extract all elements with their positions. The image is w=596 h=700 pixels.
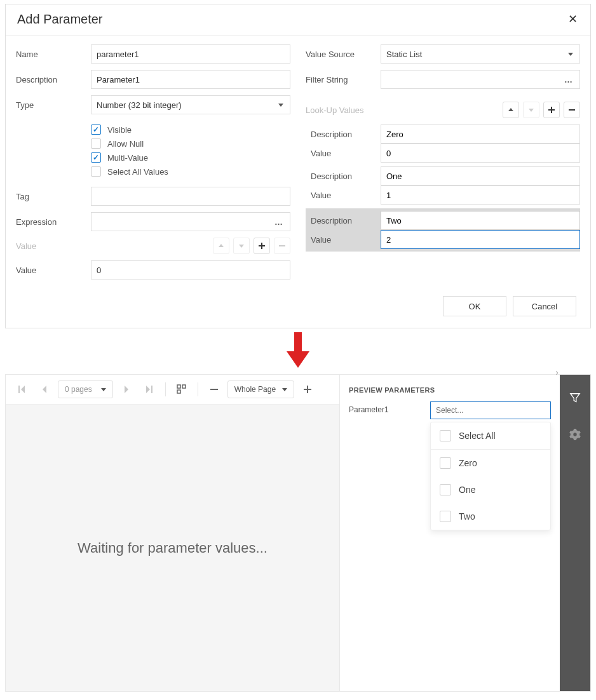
lookup-desc-input[interactable] (381, 166, 580, 185)
dialog-left-column: Name Description Type Number (32 bit int… (16, 44, 290, 286)
lookup-remove-button[interactable] (564, 102, 580, 118)
param-dropdown: Select All Zero One Two (430, 422, 551, 530)
page-selector[interactable]: 0 pages (58, 380, 113, 398)
label-tag: Tag (16, 192, 91, 201)
label-value: Value (16, 266, 91, 275)
svg-rect-5 (210, 389, 218, 390)
first-page-button (12, 380, 31, 399)
dropdown-item-label: One (459, 485, 475, 495)
expression-editor[interactable]: … (91, 212, 290, 231)
type-select[interactable]: Number (32 bit integer) (91, 95, 290, 114)
svg-rect-0 (279, 245, 285, 246)
allow-null-checkbox[interactable] (91, 138, 101, 149)
visible-label: Visible (107, 125, 132, 135)
lookup-add-button[interactable] (543, 102, 560, 118)
label-value-source: Value Source (306, 50, 381, 59)
dropdown-item-label: Two (459, 511, 475, 522)
value-source-select[interactable]: Static List (381, 44, 580, 64)
checkbox-icon (440, 430, 451, 441)
waiting-message: Waiting for parameter values... (6, 405, 339, 691)
lookup-desc-label: Description (306, 216, 381, 225)
panel-title: PREVIEW PARAMETERS (340, 375, 560, 401)
dropdown-item-select-all[interactable]: Select All (431, 422, 550, 450)
description-input[interactable] (91, 70, 290, 89)
ok-button[interactable]: OK (443, 296, 506, 316)
label-filter-string: Filter String (306, 75, 381, 84)
lookup-val-label: Value (306, 191, 381, 200)
checkbox-icon (440, 457, 451, 469)
dialog-title: Add Parameter (17, 12, 103, 27)
value-move-down-button (233, 238, 250, 254)
filter-string-editor[interactable]: … (381, 70, 580, 89)
param-select-input[interactable] (430, 401, 551, 419)
chevron-down-icon (282, 388, 287, 391)
value-remove-button (274, 238, 290, 254)
svg-rect-2 (177, 385, 180, 388)
select-all-checkbox[interactable] (91, 166, 101, 177)
close-icon[interactable]: ✕ (566, 11, 580, 27)
lookup-desc-label: Description (306, 130, 381, 139)
zoom-select[interactable]: Whole Page (227, 380, 294, 398)
chevron-down-icon (101, 388, 106, 391)
label-expression: Expression (16, 217, 91, 227)
label-lookup: Look-Up Values (306, 105, 381, 115)
page-count: 0 pages (65, 385, 92, 394)
lookup-val-label: Value (306, 235, 381, 245)
multipage-button[interactable] (172, 380, 191, 399)
svg-rect-1 (569, 109, 575, 111)
next-page-button (117, 380, 136, 399)
type-select-value: Number (32 bit integer) (97, 100, 182, 110)
dropdown-item-label: Select All (459, 431, 496, 441)
dropdown-item-label: Zero (459, 458, 477, 468)
preview-parameters-panel: › PREVIEW PARAMETERS Parameter1 Select A… (340, 375, 560, 691)
lookup-desc-input[interactable] (381, 125, 580, 144)
value-move-up-button (213, 238, 229, 254)
dropdown-item[interactable]: Two (431, 503, 550, 530)
cancel-button[interactable]: Cancel (513, 296, 576, 316)
visible-checkbox[interactable] (91, 125, 101, 135)
dialog-right-column: Value Source Static List Filter String …… (306, 44, 580, 286)
value-source-value: Static List (386, 50, 422, 59)
dropdown-item[interactable]: One (431, 476, 550, 503)
label-description: Description (16, 75, 91, 84)
chevron-down-icon (278, 104, 283, 107)
chevron-down-icon (568, 53, 573, 56)
name-input[interactable] (91, 44, 290, 64)
value-add-button[interactable] (254, 238, 270, 254)
preview-viewer: 0 pages Whole Page Waiting for parameter… (6, 375, 340, 691)
lookup-move-up-button[interactable] (503, 102, 519, 118)
lookup-list: Description Value Description Value Desc… (306, 125, 580, 252)
dropdown-item[interactable]: Zero (431, 450, 550, 476)
multi-value-label: Multi-Value (107, 153, 148, 163)
last-page-button (140, 380, 159, 399)
label-value-hdr: Value (16, 241, 91, 251)
tag-input[interactable] (91, 187, 290, 206)
zoom-out-button[interactable] (205, 380, 224, 399)
lookup-move-down-button (523, 102, 539, 118)
gear-icon[interactable] (560, 422, 590, 447)
add-parameter-dialog: Add Parameter ✕ Name Description Type (5, 4, 591, 328)
preview-sidebar (560, 375, 590, 691)
multi-value-checkbox[interactable] (91, 152, 101, 163)
lookup-desc-label: Description (306, 172, 381, 181)
lookup-val-input[interactable] (381, 230, 580, 249)
label-type: Type (16, 100, 91, 110)
svg-rect-4 (177, 390, 180, 393)
checkbox-icon (440, 511, 451, 522)
ellipsis-icon: … (274, 217, 283, 227)
preview-toolbar: 0 pages Whole Page (6, 375, 339, 405)
lookup-val-input[interactable] (381, 185, 580, 205)
preview-pane: 0 pages Whole Page Waiting for parameter… (5, 374, 591, 692)
value-input[interactable] (91, 260, 290, 279)
lookup-val-input[interactable] (381, 144, 580, 163)
zoom-in-button[interactable] (298, 380, 317, 399)
prev-page-button (35, 380, 54, 399)
arrow-down-icon (0, 328, 596, 374)
filter-icon[interactable] (560, 385, 590, 410)
lookup-desc-input[interactable] (381, 211, 580, 230)
checkbox-icon (440, 484, 451, 495)
lookup-val-label: Value (306, 149, 381, 158)
allow-null-label: Allow Null (107, 139, 144, 149)
param-label: Parameter1 (349, 401, 424, 414)
collapse-panel-icon[interactable]: › (555, 367, 559, 377)
